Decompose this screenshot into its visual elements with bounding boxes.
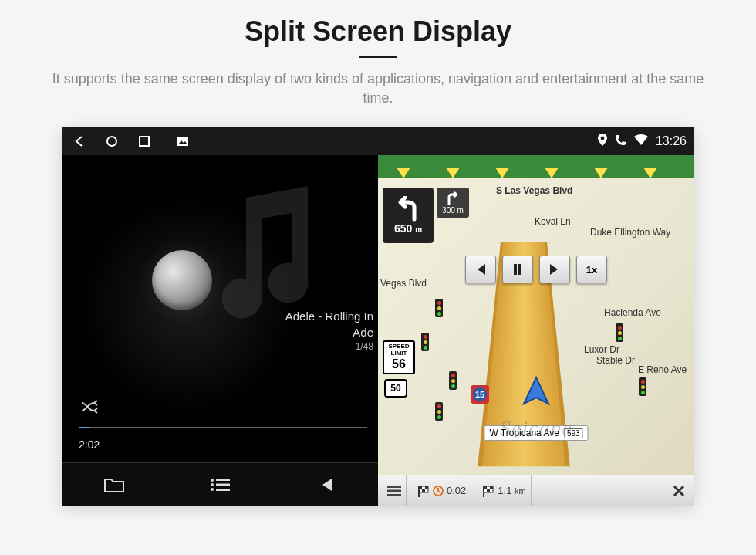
skip-start-button[interactable] xyxy=(465,256,496,283)
route-shield: 50 xyxy=(384,379,407,398)
traffic-light-icon xyxy=(435,402,443,421)
navigation-panel: 13:26 S Las Vegas Blvd Koval Ln Duke Ell… xyxy=(378,127,694,506)
track-title: Adele - Rolling In xyxy=(285,308,373,324)
flag-icon xyxy=(482,485,494,497)
street-label: Hacienda Ave xyxy=(602,306,663,319)
svg-rect-1 xyxy=(140,137,149,146)
svg-rect-4 xyxy=(216,479,230,481)
clock-time: 13:26 xyxy=(656,134,687,148)
street-label: S Las Vegas Blvd xyxy=(494,184,575,197)
traffic-light-icon xyxy=(616,323,623,342)
home-icon[interactable] xyxy=(105,134,119,148)
svg-rect-10 xyxy=(514,264,517,275)
menu-button[interactable] xyxy=(383,475,407,506)
page-subtitle: It supports the same screen display of t… xyxy=(46,69,710,108)
map-canvas[interactable]: S Las Vegas Blvd Koval Ln Duke Ellington… xyxy=(378,178,694,475)
distance-segment[interactable]: 1.1 km xyxy=(478,475,531,506)
picture-icon[interactable] xyxy=(176,134,190,148)
device-screenshot: Adele - Rolling In Ade 1/48 2:02 xyxy=(62,127,694,506)
svg-point-3 xyxy=(211,479,214,482)
music-note-icon xyxy=(208,178,331,325)
next-turn-instruction: 300 m xyxy=(437,188,469,218)
progress-fill xyxy=(79,427,90,428)
svg-rect-8 xyxy=(216,489,230,491)
turn-right-icon xyxy=(444,191,461,206)
svg-point-0 xyxy=(107,137,116,146)
traffic-light-icon xyxy=(435,299,443,317)
shuffle-icon[interactable] xyxy=(80,399,100,418)
svg-rect-14 xyxy=(387,494,401,496)
turn-left-icon xyxy=(393,196,424,222)
status-bar: 13:26 xyxy=(378,127,694,155)
street-label: Vegas Blvd xyxy=(378,277,429,289)
lane-arrow-icon xyxy=(495,168,509,178)
lane-arrow-icon xyxy=(446,168,460,178)
flag-icon xyxy=(417,485,430,497)
eta-segment[interactable]: 0:02 xyxy=(413,475,471,506)
street-label: Koval Ln xyxy=(532,215,573,228)
playlist-icon[interactable] xyxy=(209,474,231,496)
street-label: Stable Dr xyxy=(594,354,637,367)
svg-point-9 xyxy=(601,137,605,140)
turn-instruction: 650 m xyxy=(383,188,434,243)
location-icon xyxy=(598,134,607,149)
svg-point-5 xyxy=(211,483,214,486)
progress-bar[interactable] xyxy=(79,427,367,428)
interstate-shield: 15 xyxy=(471,385,489,404)
previous-icon[interactable] xyxy=(315,474,336,496)
svg-rect-2 xyxy=(177,137,188,146)
title-underline xyxy=(359,56,397,58)
back-icon[interactable] xyxy=(73,134,86,148)
music-panel: Adele - Rolling In Ade 1/48 2:02 xyxy=(62,127,378,506)
album-art-area: Adele - Rolling In Ade 1/48 xyxy=(62,155,378,427)
clock-icon xyxy=(433,486,444,496)
svg-rect-11 xyxy=(518,264,521,275)
track-artist: Ade xyxy=(285,324,373,340)
android-nav-bar xyxy=(62,127,378,155)
svg-rect-13 xyxy=(387,489,401,492)
speed-limit-sign: SPEED LIMIT 56 xyxy=(383,340,415,374)
player-controls-row: 2:02 xyxy=(62,427,378,462)
pause-button[interactable] xyxy=(502,256,533,283)
track-info: Adele - Rolling In Ade 1/48 xyxy=(285,308,373,354)
phone-icon xyxy=(615,134,626,149)
track-counter: 1/48 xyxy=(285,340,373,354)
traffic-light-icon xyxy=(421,333,429,351)
wifi-icon xyxy=(634,134,648,148)
elapsed-time: 2:02 xyxy=(79,438,100,451)
street-label: Duke Ellington Way xyxy=(588,226,673,239)
recents-icon[interactable] xyxy=(137,134,151,148)
lane-arrow-icon xyxy=(397,168,410,178)
folder-icon[interactable] xyxy=(103,474,125,496)
svg-rect-6 xyxy=(216,483,230,486)
lane-arrow-icon xyxy=(594,168,608,178)
vehicle-cursor-icon xyxy=(519,374,553,408)
jog-dial[interactable] xyxy=(152,250,212,310)
speed-button[interactable]: 1x xyxy=(576,256,607,283)
traffic-light-icon xyxy=(639,377,646,396)
close-button[interactable] xyxy=(668,475,690,506)
page-title: Split Screen Display xyxy=(245,15,511,48)
lane-arrow-icon xyxy=(545,168,559,178)
lane-arrow-icon xyxy=(643,168,657,178)
route-playback-controls: 1x xyxy=(465,256,607,283)
highway-sign-strip xyxy=(378,155,694,178)
close-icon xyxy=(673,485,685,497)
music-bottom-bar xyxy=(62,462,378,506)
nav-bottom-bar: 0:02 1.1 km xyxy=(378,475,694,506)
traffic-light-icon xyxy=(449,371,457,390)
svg-point-7 xyxy=(211,488,214,491)
svg-rect-12 xyxy=(387,486,401,488)
street-label: E Reno Ave xyxy=(636,364,689,376)
skip-end-button[interactable] xyxy=(539,256,570,283)
watermark: Seicane xyxy=(500,416,572,441)
